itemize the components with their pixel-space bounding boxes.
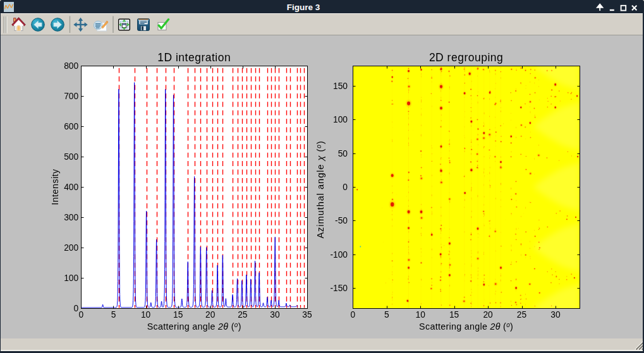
svg-text:2D regrouping: 2D regrouping xyxy=(429,51,503,64)
svg-text:300: 300 xyxy=(64,213,78,222)
svg-text:10: 10 xyxy=(416,310,426,320)
svg-text:Intensity: Intensity xyxy=(50,169,60,205)
svg-text:5: 5 xyxy=(384,310,389,320)
svg-text:20: 20 xyxy=(205,310,216,320)
svg-text:0: 0 xyxy=(74,304,79,313)
svg-text:150: 150 xyxy=(333,81,348,91)
svg-text:-100: -100 xyxy=(330,250,348,260)
svg-text:50: 50 xyxy=(338,149,348,159)
svg-text:25: 25 xyxy=(238,310,248,320)
svg-text:200: 200 xyxy=(64,243,78,253)
svg-text:15: 15 xyxy=(449,310,459,320)
svg-text:25: 25 xyxy=(517,310,527,320)
svg-text:0: 0 xyxy=(79,310,84,320)
svg-text:1D integration: 1D integration xyxy=(157,51,231,64)
svg-text:600: 600 xyxy=(64,122,78,131)
svg-text:10: 10 xyxy=(141,310,151,320)
svg-text:800: 800 xyxy=(64,61,78,71)
svg-text:30: 30 xyxy=(270,310,280,320)
svg-text:Azimuthal angle χ (o): Azimuthal angle χ (o) xyxy=(315,140,325,238)
svg-text:Figure 3: Figure 3 xyxy=(287,3,320,12)
svg-text:15: 15 xyxy=(173,310,183,320)
svg-text:5: 5 xyxy=(111,310,116,320)
svg-text:0: 0 xyxy=(350,310,355,320)
svg-text:0: 0 xyxy=(343,182,348,192)
svg-text:Scattering angle 2θ (o): Scattering angle 2θ (o) xyxy=(419,321,513,332)
svg-text:100: 100 xyxy=(333,115,348,124)
svg-text:500: 500 xyxy=(64,152,78,162)
svg-text:100: 100 xyxy=(64,273,78,283)
svg-text:-150: -150 xyxy=(330,284,348,293)
svg-text:Scattering angle 2θ (o): Scattering angle 2θ (o) xyxy=(147,321,241,332)
svg-text:-50: -50 xyxy=(335,216,348,225)
svg-text:700: 700 xyxy=(64,92,78,101)
svg-text:400: 400 xyxy=(64,182,78,192)
svg-text:20: 20 xyxy=(483,310,493,320)
svg-text:35: 35 xyxy=(302,310,312,320)
svg-text:30: 30 xyxy=(550,310,561,320)
